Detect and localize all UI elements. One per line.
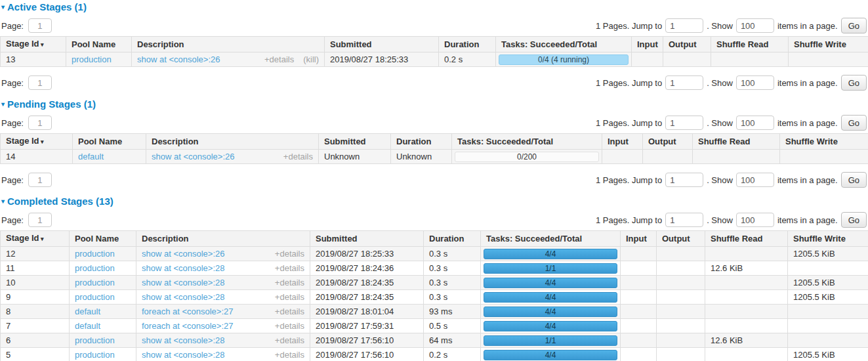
details-toggle[interactable]: +details: [275, 350, 304, 360]
items-per-page-input[interactable]: [736, 213, 774, 227]
pool-cell: production: [66, 53, 132, 67]
task-progress-bar: 4/4: [484, 278, 617, 288]
column-header[interactable]: Stage Id ▾: [1, 134, 73, 150]
stage-description-link[interactable]: foreach at <console>:27: [142, 307, 234, 316]
column-header[interactable]: Pool Name: [73, 134, 146, 150]
column-header[interactable]: Input: [602, 134, 643, 150]
pending-stages-title[interactable]: ▾Pending Stages (1): [1, 98, 868, 110]
column-header[interactable]: Output: [663, 37, 711, 53]
page-label: Page:: [1, 21, 24, 31]
stage-description-link[interactable]: show at <console>:26: [152, 152, 234, 161]
pool-link[interactable]: production: [75, 278, 115, 287]
column-header[interactable]: Duration: [424, 231, 481, 247]
column-header[interactable]: Tasks: Succeeded/Total: [481, 231, 621, 247]
pool-link[interactable]: default: [75, 321, 100, 331]
pending-pagination-top: Page: 1 Pages. Jump to . Show items in a…: [0, 115, 868, 131]
column-header[interactable]: Tasks: Succeeded/Total: [452, 134, 602, 150]
pool-link[interactable]: default: [78, 152, 104, 161]
column-header[interactable]: Shuffle Write: [789, 37, 868, 53]
column-header[interactable]: Tasks: Succeeded/Total: [496, 37, 632, 53]
jump-to-page-input[interactable]: [665, 18, 703, 33]
go-button[interactable]: Go: [841, 172, 867, 188]
kill-link[interactable]: (kill): [303, 54, 319, 64]
column-header[interactable]: Shuffle Write: [788, 231, 868, 247]
page-number-input[interactable]: [28, 213, 52, 227]
pool-link[interactable]: production: [72, 54, 112, 64]
column-header[interactable]: Description: [136, 231, 310, 247]
active-stages-title[interactable]: ▾Active Stages (1): [1, 1, 868, 12]
page-number-input[interactable]: [28, 173, 52, 187]
stage-description-link[interactable]: show at <console>:28: [142, 278, 224, 287]
details-toggle[interactable]: +details: [275, 292, 304, 302]
items-per-page-input[interactable]: [736, 18, 774, 33]
column-header[interactable]: Input: [621, 231, 657, 247]
page-number-input[interactable]: [28, 18, 52, 33]
go-button[interactable]: Go: [841, 212, 867, 228]
page-number-input[interactable]: [28, 116, 52, 130]
column-header[interactable]: Pool Name: [66, 37, 132, 53]
column-header[interactable]: Description: [132, 37, 325, 53]
column-header[interactable]: Stage Id ▾: [1, 231, 70, 247]
description-cell: foreach at <console>:27+details: [136, 319, 310, 333]
task-progress-bar: 1/1: [484, 263, 617, 274]
column-header[interactable]: Output: [643, 134, 693, 150]
show-label: . Show: [707, 215, 733, 225]
stage-description-link[interactable]: show at <console>:26: [142, 249, 224, 259]
pool-link[interactable]: production: [75, 249, 115, 259]
page-right-controls: 1 Pages. Jump to . Show items in a page.…: [596, 75, 867, 91]
stage-description-link[interactable]: show at <console>:28: [142, 263, 224, 273]
column-header[interactable]: Pool Name: [70, 231, 136, 247]
column-header[interactable]: Description: [146, 134, 319, 150]
column-header[interactable]: Stage Id ▾: [1, 37, 66, 53]
stage-description-link[interactable]: show at <console>:26: [137, 54, 220, 64]
stage-description-link[interactable]: show at <console>:28: [142, 292, 224, 302]
description-cell: show at <console>:28+details: [136, 276, 310, 290]
completed-stages-title[interactable]: ▾Completed Stages (13): [1, 196, 868, 207]
page-number-input[interactable]: [28, 75, 52, 90]
description-content: show at <console>:26+details: [142, 249, 304, 259]
column-header[interactable]: Shuffle Read: [711, 37, 789, 53]
column-header[interactable]: Shuffle Write: [780, 134, 868, 150]
column-header[interactable]: Duration: [439, 37, 496, 53]
column-header[interactable]: Submitted: [325, 37, 439, 53]
stage-row: 12productionshow at <console>:26+details…: [1, 247, 868, 261]
task-progress-bar: 0/4 (4 running): [499, 54, 629, 65]
items-per-page-input[interactable]: [736, 116, 774, 130]
go-button[interactable]: Go: [841, 18, 867, 33]
items-per-page-input[interactable]: [736, 75, 774, 90]
go-button[interactable]: Go: [841, 75, 867, 91]
pool-link[interactable]: production: [75, 350, 115, 360]
go-button[interactable]: Go: [841, 115, 867, 131]
pool-link[interactable]: default: [75, 307, 100, 316]
jump-to-page-input[interactable]: [665, 173, 703, 187]
page-right-controls: 1 Pages. Jump to . Show items in a page.…: [596, 212, 867, 228]
pool-link[interactable]: production: [75, 292, 115, 302]
details-toggle[interactable]: +details: [275, 307, 304, 316]
column-header[interactable]: Submitted: [310, 231, 424, 247]
details-toggle[interactable]: +details: [275, 263, 304, 273]
shuffle-read-cell: 12.6 KiB: [705, 261, 788, 276]
stage-description-link[interactable]: foreach at <console>:27: [142, 321, 234, 331]
column-header[interactable]: Submitted: [319, 134, 391, 150]
details-toggle[interactable]: +details: [275, 278, 304, 287]
details-toggle[interactable]: +details: [264, 54, 294, 64]
stage-description-link[interactable]: show at <console>:28: [142, 335, 224, 345]
column-header[interactable]: Output: [657, 231, 705, 247]
column-header[interactable]: Shuffle Read: [705, 231, 788, 247]
jump-to-page-input[interactable]: [665, 116, 703, 130]
items-per-page-input[interactable]: [736, 173, 774, 187]
details-toggle[interactable]: +details: [275, 321, 304, 331]
jump-to-page-input[interactable]: [665, 213, 703, 227]
column-header[interactable]: Duration: [391, 134, 452, 150]
show-label: . Show: [707, 175, 733, 185]
jump-to-page-input[interactable]: [665, 75, 703, 90]
details-toggle[interactable]: +details: [283, 152, 313, 161]
details-toggle[interactable]: +details: [275, 249, 304, 259]
stage-description-link[interactable]: show at <console>:28: [142, 350, 224, 360]
column-header[interactable]: Input: [632, 37, 663, 53]
details-toggle[interactable]: +details: [275, 335, 304, 345]
shuffle-write-cell: 1205.5 KiB: [788, 276, 868, 290]
pool-link[interactable]: production: [75, 263, 115, 273]
pool-link[interactable]: production: [75, 335, 115, 345]
column-header[interactable]: Shuffle Read: [693, 134, 780, 150]
